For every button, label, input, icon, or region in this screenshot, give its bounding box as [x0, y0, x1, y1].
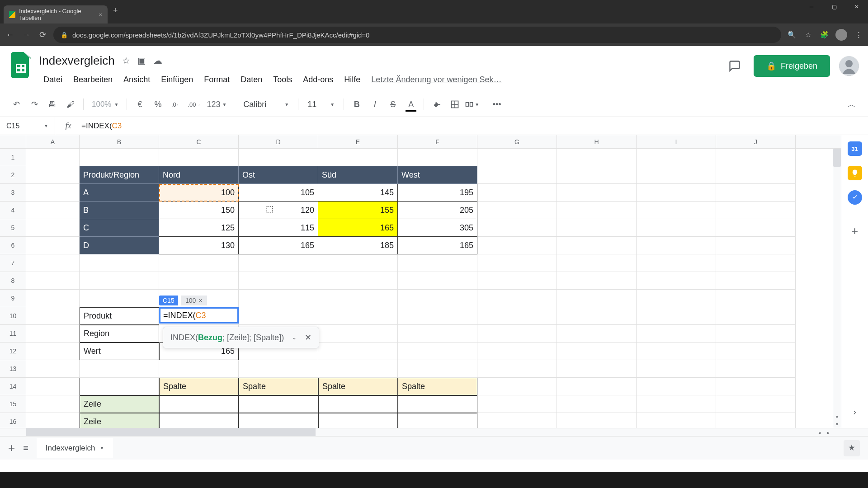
cell[interactable]	[159, 272, 239, 290]
col-header-a[interactable]: A	[26, 135, 80, 148]
browser-tab[interactable]: Indexvergleich - Google Tabellen ×	[4, 5, 108, 23]
cell[interactable]	[26, 378, 80, 395]
menu-hilfe[interactable]: Hilfe	[340, 72, 365, 87]
profile-avatar[interactable]	[835, 29, 847, 41]
cell[interactable]	[637, 219, 716, 237]
cell[interactable]	[239, 395, 318, 413]
data-cell[interactable]: 115	[239, 219, 318, 237]
cell[interactable]	[477, 325, 557, 343]
tasks-icon[interactable]	[848, 190, 862, 205]
print-icon[interactable]: 🖶	[44, 96, 61, 113]
cell[interactable]	[318, 149, 398, 166]
cell[interactable]	[716, 149, 796, 166]
cell[interactable]	[398, 254, 477, 272]
cell[interactable]	[477, 219, 557, 237]
cell[interactable]	[716, 360, 796, 378]
add-addon-icon[interactable]: +	[848, 224, 862, 238]
cell[interactable]	[637, 307, 716, 325]
sheet-tab[interactable]: Indexvergleich ▼	[37, 438, 113, 458]
scrollbar-thumb[interactable]	[26, 428, 316, 436]
nav-back-icon[interactable]: ←	[5, 30, 15, 40]
fill-color-icon[interactable]	[429, 96, 445, 113]
percent-icon[interactable]: %	[150, 96, 166, 113]
row-header[interactable]: 1	[0, 149, 26, 166]
cell[interactable]	[318, 290, 398, 307]
close-tooltip-icon[interactable]: ✕	[305, 333, 311, 343]
vertical-scrollbar[interactable]: ▴ ▾	[833, 149, 841, 428]
text-color-icon[interactable]: A	[403, 96, 419, 113]
scroll-up-icon[interactable]: ▴	[833, 412, 841, 420]
region-header[interactable]: Ost	[239, 166, 318, 184]
cell[interactable]	[716, 290, 796, 307]
menu-tools[interactable]: Tools	[269, 72, 297, 87]
cell[interactable]	[716, 166, 796, 184]
cell[interactable]	[318, 307, 398, 325]
cell[interactable]	[557, 325, 637, 343]
cell[interactable]	[26, 202, 80, 219]
cell[interactable]	[716, 325, 796, 343]
col-header-e[interactable]: E	[318, 135, 398, 148]
cell[interactable]	[26, 272, 80, 290]
cell[interactable]	[557, 254, 637, 272]
data-cell[interactable]: 130	[159, 237, 239, 254]
scroll-down-icon[interactable]: ▾	[833, 420, 841, 428]
cell[interactable]	[557, 184, 637, 202]
zoom-select[interactable]: 100% ▼	[88, 100, 122, 109]
cell[interactable]	[398, 290, 477, 307]
menu-bearbeiten[interactable]: Bearbeiten	[69, 72, 117, 87]
zeile-header[interactable]: Zeile	[80, 413, 159, 428]
cell[interactable]	[716, 413, 796, 428]
cloud-status-icon[interactable]: ☁	[153, 55, 162, 66]
number-format-select[interactable]: 123▼	[204, 96, 229, 113]
cell[interactable]	[477, 307, 557, 325]
cell[interactable]	[398, 325, 477, 343]
cell[interactable]	[239, 149, 318, 166]
row-header[interactable]: 7	[0, 254, 26, 272]
cell[interactable]	[637, 343, 716, 360]
cell[interactable]	[637, 184, 716, 202]
cell[interactable]	[557, 202, 637, 219]
cell[interactable]	[398, 307, 477, 325]
menu-format[interactable]: Format	[199, 72, 234, 87]
cell[interactable]	[80, 360, 159, 378]
data-cell[interactable]: 165	[318, 219, 398, 237]
cell[interactable]	[477, 272, 557, 290]
url-bar[interactable]: 🔒 docs.google.com/spreadsheets/d/1b2ivdA…	[53, 27, 781, 43]
cell[interactable]	[716, 395, 796, 413]
data-cell[interactable]: 155	[318, 202, 398, 219]
cell[interactable]	[318, 325, 398, 343]
cell[interactable]	[477, 343, 557, 360]
add-sheet-button[interactable]: +	[8, 441, 15, 455]
scroll-left-icon[interactable]: ◂	[815, 428, 824, 436]
region-header[interactable]: West	[398, 166, 477, 184]
cell[interactable]	[26, 149, 80, 166]
cell[interactable]	[318, 360, 398, 378]
star-doc-icon[interactable]: ☆	[122, 55, 130, 66]
col-header-c[interactable]: C	[159, 135, 239, 148]
grid-body[interactable]: 1 2 Produkt/Region Nord Ost Süd	[0, 149, 841, 428]
merge-cells-icon[interactable]: ▼	[465, 96, 479, 113]
cell[interactable]	[637, 413, 716, 428]
cell[interactable]	[477, 378, 557, 395]
undo-icon[interactable]: ↶	[8, 96, 24, 113]
region-header[interactable]: Nord	[159, 166, 239, 184]
menu-addons[interactable]: Add-ons	[298, 72, 338, 87]
account-avatar[interactable]	[839, 56, 859, 76]
data-cell[interactable]: 165	[398, 237, 477, 254]
move-doc-icon[interactable]: ▣	[137, 55, 146, 66]
cell[interactable]	[637, 272, 716, 290]
cell[interactable]	[26, 219, 80, 237]
menu-ansicht[interactable]: Ansicht	[119, 72, 155, 87]
font-select[interactable]: Calibri ▼	[239, 100, 293, 109]
zeile-header[interactable]: Zeile	[80, 395, 159, 413]
cell[interactable]	[239, 360, 318, 378]
cell[interactable]	[557, 290, 637, 307]
row-header[interactable]: 9	[0, 290, 26, 307]
col-header-h[interactable]: H	[557, 135, 637, 148]
close-preview-icon[interactable]: ×	[198, 297, 202, 304]
cell[interactable]	[477, 184, 557, 202]
row-header[interactable]: 5	[0, 219, 26, 237]
select-all-corner[interactable]	[0, 135, 26, 148]
cell[interactable]	[557, 149, 637, 166]
col-header-j[interactable]: J	[716, 135, 796, 148]
